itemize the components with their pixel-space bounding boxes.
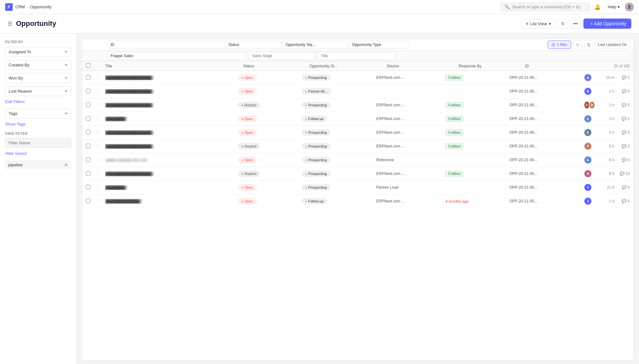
row-checkbox[interactable] (86, 89, 90, 93)
lost-reason-filter[interactable]: Lost Reason (5, 86, 71, 96)
table-row[interactable]: ♡ ████████████████ Open Prospecting ERPN… (82, 126, 634, 140)
breadcrumb-crm[interactable]: CRM (15, 4, 25, 9)
stage-badge: Prospecting (302, 157, 330, 163)
saved-filter-tag: pipeline ✕ (5, 160, 71, 169)
row-checkbox-wrapper[interactable] (86, 171, 96, 177)
title-input[interactable] (318, 52, 396, 60)
row-checkbox[interactable] (86, 199, 90, 203)
table-row[interactable]: ♡ ████████████████ Open Partner Ali... O… (82, 85, 634, 98)
refresh-button[interactable]: ↻ (558, 19, 568, 29)
row-checkbox-wrapper[interactable] (86, 144, 96, 149)
page-header: ☰ Opportunity ≡ List View ▾ ↻ ••• + Add … (0, 14, 639, 34)
row-checkbox[interactable] (86, 157, 90, 162)
breadcrumb-opportunity[interactable]: Opportunity (30, 4, 51, 9)
row-time-cell: 21 h (595, 185, 614, 190)
opp-stage-column-filter[interactable]: Opportunity Sta... (283, 41, 348, 49)
table-row[interactable]: ♡ ████████████████ Replied Prospecting E… (82, 140, 634, 153)
filter-name-input[interactable] (5, 138, 71, 148)
status-col-header[interactable]: Status (243, 64, 309, 68)
sidebar-toggle-icon[interactable]: ☰ (8, 21, 12, 27)
select-all-checkbox[interactable] (86, 63, 90, 68)
row-source-cell: ERPNext.com ... (376, 75, 445, 80)
response-col-header[interactable]: Response By (458, 64, 525, 68)
opp-stage-col-header[interactable]: Opportunity St... (310, 64, 387, 68)
help-menu[interactable]: Help ▾ (605, 3, 622, 11)
row-favorite-icon[interactable]: ♡ (96, 199, 105, 204)
notifications-bell[interactable]: 🔔 (592, 2, 603, 12)
row-favorite-icon[interactable]: ♡ (96, 75, 105, 80)
row-checkbox-wrapper[interactable] (86, 89, 96, 94)
status-badge: Open (238, 75, 257, 80)
row-favorite-icon[interactable]: ♡ (96, 157, 105, 163)
row-checkbox[interactable] (86, 102, 90, 107)
more-options-button[interactable]: ••• (571, 19, 581, 29)
row-favorite-icon[interactable]: ♡ (96, 171, 105, 176)
show-tags-link[interactable]: Show Tags (5, 122, 71, 126)
comment-icon: 💬 (622, 117, 627, 121)
row-time-cell: 3 h (595, 130, 614, 135)
user-avatar[interactable]: 👤 (625, 3, 634, 11)
table-row[interactable]: ♡ ████████████████ Replied Prospecting E… (82, 98, 634, 112)
opp-type-column-filter[interactable]: Opportunity Type (349, 41, 410, 49)
edit-filters-link[interactable]: Edit Filters (5, 99, 71, 104)
row-checkbox[interactable] (86, 171, 90, 176)
hide-saved-link[interactable]: Hide Saved (5, 151, 71, 156)
assigned-to-filter[interactable]: Assigned To (5, 47, 71, 57)
select-all-check[interactable] (86, 63, 96, 69)
row-favorite-icon[interactable]: ♡ (96, 102, 105, 108)
tags-filter[interactable]: Tags (5, 109, 71, 118)
row-checkbox-wrapper[interactable] (86, 130, 96, 135)
sales-stage-input[interactable] (249, 52, 315, 60)
title-col-header[interactable]: Title (105, 64, 243, 68)
row-favorite-icon[interactable]: ♡ (96, 185, 105, 190)
row-response-cell: Fulfilled (445, 102, 509, 108)
status-column-filter[interactable]: Status (226, 41, 281, 49)
row-time-cell: 1 d (595, 199, 614, 203)
table-row[interactable]: ♡ ████████████ Open Follow-up ERPNext.co… (82, 194, 634, 208)
row-checkbox-wrapper[interactable] (86, 157, 96, 163)
row-checkbox-wrapper[interactable] (86, 199, 96, 204)
saved-filter-remove-button[interactable]: ✕ (64, 162, 68, 167)
stage-badge: Prospecting (302, 143, 330, 149)
row-source-cell: ERPNext.com ... (376, 171, 445, 176)
row-checkbox-wrapper[interactable] (86, 185, 96, 190)
list-view-button[interactable]: ≡ List View ▾ (522, 19, 555, 28)
row-favorite-icon[interactable]: ♡ (96, 116, 105, 121)
row-favorite-icon[interactable]: ♡ (96, 130, 105, 135)
id-col-header[interactable]: ID (525, 64, 602, 68)
filter-icon-button[interactable]: ▽ (573, 40, 582, 49)
row-checkbox[interactable] (86, 75, 90, 80)
row-checkbox[interactable] (86, 144, 90, 148)
row-title-cell: ███████ (105, 185, 238, 190)
row-avatars-cell: J (584, 197, 595, 205)
table-row[interactable]: ♡ ███████ Open Follow-up ERPNext.com ...… (82, 112, 634, 126)
id-column-filter[interactable]: ID (108, 41, 224, 49)
add-button-label: + Add Opportunity (590, 21, 626, 26)
sort-button[interactable]: ⇅ (584, 40, 593, 49)
row-checkbox[interactable] (86, 185, 90, 189)
row-checkbox-wrapper[interactable] (86, 116, 96, 122)
created-by-filter[interactable]: Created By (5, 60, 71, 70)
app-logo[interactable]: F (5, 3, 13, 11)
row-favorite-icon[interactable]: ♡ (96, 89, 105, 94)
table-row[interactable]: ♡ ████████████████ Open Prospecting ERPN… (82, 71, 634, 85)
comment-count: 5 (627, 103, 630, 107)
global-search[interactable]: 🔍 Search or type a command (Ctrl + G) (500, 3, 590, 11)
row-avatar: H (584, 170, 592, 178)
row-checkbox-wrapper[interactable] (86, 75, 96, 80)
table-row[interactable]: ♡ ████████████████ Replied Prospecting E… (82, 167, 634, 181)
add-opportunity-button[interactable]: + Add Opportunity (583, 19, 631, 29)
row-stage-cell: Prospecting (302, 75, 376, 81)
source-col-header[interactable]: Source (387, 64, 459, 68)
row-status-cell: Open (238, 185, 302, 191)
row-comments-cell: 💬0 (614, 89, 630, 94)
row-favorite-icon[interactable]: ♡ (96, 144, 105, 149)
table-row[interactable]: ♡ Addon Service Pro Ltd Open Prospecting… (82, 153, 634, 167)
row-checkbox[interactable] (86, 116, 90, 121)
frappe-sales-filter[interactable]: Frappe Sales (108, 52, 246, 60)
won-by-filter[interactable]: Won By (5, 73, 71, 83)
filter-count-button[interactable]: ⊟ 1 filter (548, 41, 572, 49)
row-checkbox-wrapper[interactable] (86, 102, 96, 108)
table-row[interactable]: ♡ ███████ Open Prospecting Partner Lead … (82, 181, 634, 194)
row-checkbox[interactable] (86, 130, 90, 134)
